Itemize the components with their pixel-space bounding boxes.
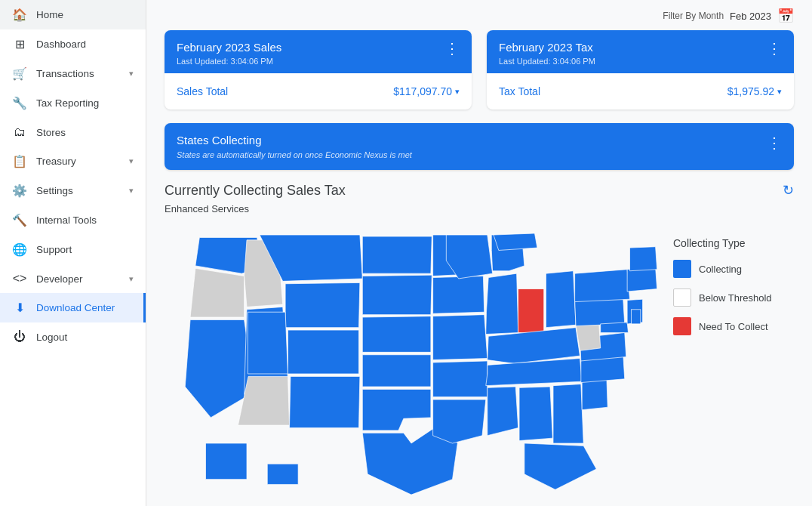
sidebar-item-stores[interactable]: 🗂Stores	[0, 118, 146, 147]
transactions-icon: 🛒	[12, 66, 27, 81]
tax-chevron-icon[interactable]: ▾	[777, 87, 782, 97]
sidebar-item-internal-tools[interactable]: 🔨Internal Tools	[0, 205, 146, 235]
legend-title: Collecting Type	[673, 237, 794, 249]
state-de	[632, 310, 641, 324]
state-me-states	[630, 247, 657, 271]
state-ia	[433, 276, 484, 314]
sales-card-menu-icon[interactable]: ⋮	[438, 41, 460, 56]
internal-tools-icon: 🔨	[12, 213, 27, 227]
states-card-subtitle: States are automatically turned on once …	[177, 150, 412, 159]
sidebar-item-label-settings: Settings	[36, 185, 73, 196]
legend-label-need: Need To Collect	[699, 321, 768, 332]
sales-card-body: Sales Total $117,097.70 ▾	[165, 73, 472, 110]
sidebar-nav: 🏠Home⊞Dashboard🛒Transactions▾🔧Tax Report…	[0, 0, 146, 351]
sales-chevron-icon[interactable]: ▾	[455, 87, 460, 97]
sales-card-header-text: February 2023 Sales Last Updated: 3:04:0…	[177, 41, 281, 66]
support-icon: 🌐	[12, 242, 27, 257]
treasury-icon: 📋	[12, 154, 27, 168]
sales-card-title: February 2023 Sales	[177, 41, 281, 54]
sales-total-label: Sales Total	[177, 85, 228, 97]
map-section: Collecting Type Collecting Below Thresho…	[165, 222, 794, 506]
sidebar-item-label-internal-tools: Internal Tools	[36, 214, 97, 226]
dashboard-icon: ⊞	[12, 37, 27, 51]
settings-chevron-icon: ▾	[129, 186, 134, 196]
refresh-icon[interactable]: ↻	[783, 182, 794, 199]
state-il	[486, 273, 518, 334]
tax-card-title: February 2023 Tax	[499, 41, 595, 54]
cards-row: February 2023 Sales Last Updated: 3:04:0…	[165, 30, 794, 110]
logout-icon: ⏻	[12, 330, 27, 344]
state-oh	[546, 271, 576, 328]
sidebar-item-label-stores: Stores	[36, 127, 66, 138]
main-content: Filter By Month Feb 2023 📅 February 2023…	[146, 0, 812, 506]
collecting-title: Currently Collecting Sales Tax	[165, 183, 346, 199]
developer-chevron-icon: ▾	[129, 274, 134, 284]
sidebar-item-download-center[interactable]: ⬇Download Center	[0, 293, 146, 322]
state-mo	[433, 315, 488, 360]
legend-label-collecting: Collecting	[699, 264, 742, 275]
sidebar-item-label-logout: Logout	[36, 332, 67, 343]
treasury-chevron-icon: ▾	[129, 156, 134, 166]
tax-total-label: Tax Total	[499, 85, 540, 97]
sidebar-item-label-treasury: Treasury	[36, 156, 76, 167]
transactions-chevron-icon: ▾	[129, 69, 134, 79]
state-fl	[524, 443, 596, 489]
sidebar: 🏠Home⊞Dashboard🛒Transactions▾🔧Tax Report…	[0, 0, 146, 506]
map-legend: Collecting Type Collecting Below Thresho…	[673, 222, 794, 346]
state-mi-up	[494, 233, 537, 250]
state-in	[518, 289, 544, 333]
sidebar-item-transactions[interactable]: 🛒Transactions▾	[0, 59, 146, 88]
legend-item-need: Need To Collect	[673, 317, 794, 335]
tax-card-subtitle: Last Updated: 3:04:06 PM	[499, 57, 595, 66]
state-la	[433, 400, 486, 443]
state-ak	[206, 443, 248, 480]
tax-reporting-icon: 🔧	[12, 96, 27, 110]
states-card-text: States Collecting States are automatical…	[177, 134, 412, 159]
state-wv	[576, 322, 601, 350]
state-nd	[362, 236, 432, 273]
sidebar-item-support[interactable]: 🌐Support	[0, 235, 146, 264]
home-icon: 🏠	[12, 8, 27, 22]
sidebar-item-settings[interactable]: ⚙️Settings▾	[0, 176, 146, 205]
enhanced-label: Enhanced Services	[165, 203, 794, 214]
sales-card: February 2023 Sales Last Updated: 3:04:0…	[165, 30, 472, 110]
sidebar-item-label-support: Support	[36, 244, 72, 255]
developer-icon: <>	[12, 272, 27, 285]
legend-label-below: Below Threshold	[699, 292, 772, 304]
download-center-icon: ⬇	[12, 301, 27, 315]
sidebar-item-home[interactable]: 🏠Home	[0, 0, 146, 29]
us-map-container	[165, 222, 658, 506]
state-ne	[362, 316, 431, 353]
tax-card-header-text: February 2023 Tax Last Updated: 3:04:06 …	[499, 41, 595, 66]
tax-card-header: February 2023 Tax Last Updated: 3:04:06 …	[487, 30, 794, 73]
state-ok	[362, 389, 431, 430]
sales-card-header: February 2023 Sales Last Updated: 3:04:0…	[165, 30, 472, 73]
legend-box-red	[673, 317, 691, 335]
state-or	[190, 268, 245, 317]
us-map	[165, 222, 658, 506]
sidebar-item-label-tax-reporting: Tax Reporting	[36, 97, 99, 109]
sidebar-item-tax-reporting[interactable]: 🔧Tax Reporting	[0, 88, 146, 118]
sidebar-item-treasury[interactable]: 📋Treasury▾	[0, 147, 146, 176]
legend-item-below: Below Threshold	[673, 288, 794, 307]
calendar-icon[interactable]: 📅	[777, 8, 794, 24]
sidebar-item-label-download-center: Download Center	[36, 302, 115, 313]
sidebar-item-developer[interactable]: <>Developer▾	[0, 264, 146, 293]
sidebar-item-dashboard[interactable]: ⊞Dashboard	[0, 29, 146, 59]
stores-icon: 🗂	[12, 125, 27, 139]
states-card-menu-icon[interactable]: ⋮	[767, 134, 782, 152]
states-collecting-card: States Collecting States are automatical…	[165, 123, 794, 170]
sidebar-item-label-developer: Developer	[36, 273, 83, 285]
settings-icon: ⚙️	[12, 184, 27, 198]
tax-card-menu-icon[interactable]: ⋮	[761, 41, 782, 56]
tax-total-value: $1,975.92 ▾	[727, 85, 782, 97]
filter-value: Feb 2023	[730, 11, 771, 22]
state-al	[519, 387, 552, 441]
tax-card-body: Tax Total $1,975.92 ▾	[487, 73, 794, 110]
states-card-title: States Collecting	[177, 134, 412, 147]
state-sd	[362, 275, 432, 314]
sidebar-item-logout[interactable]: ⏻Logout	[0, 322, 146, 351]
state-ks	[362, 355, 431, 387]
state-tn	[486, 359, 582, 386]
tax-card: February 2023 Tax Last Updated: 3:04:06 …	[487, 30, 794, 110]
